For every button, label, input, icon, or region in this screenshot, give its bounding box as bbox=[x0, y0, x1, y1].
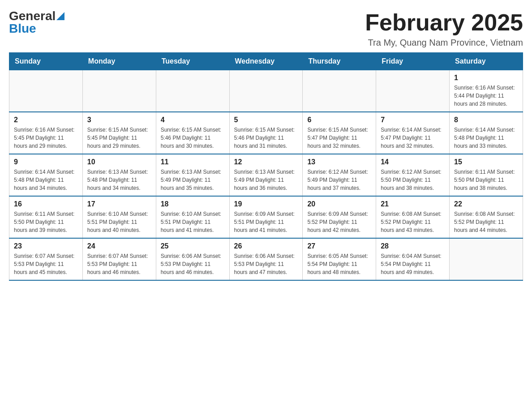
day-info: Sunrise: 6:09 AM Sunset: 5:51 PM Dayligh… bbox=[234, 210, 298, 234]
weekday-header-row: SundayMondayTuesdayWednesdayThursdayFrid… bbox=[9, 53, 523, 70]
calendar-cell bbox=[450, 238, 523, 280]
weekday-header-monday: Monday bbox=[82, 53, 156, 70]
page-subtitle: Tra My, Quang Nam Province, Vietnam bbox=[365, 38, 523, 48]
calendar-cell: 3Sunrise: 6:15 AM Sunset: 5:45 PM Daylig… bbox=[82, 112, 156, 154]
day-number: 7 bbox=[381, 116, 445, 124]
day-number: 21 bbox=[381, 200, 445, 208]
day-number: 3 bbox=[87, 116, 151, 124]
calendar-cell: 16Sunrise: 6:11 AM Sunset: 5:50 PM Dayli… bbox=[9, 196, 83, 238]
day-number: 22 bbox=[454, 200, 518, 208]
day-number: 15 bbox=[454, 158, 518, 166]
calendar-cell bbox=[82, 70, 156, 112]
day-info: Sunrise: 6:13 AM Sunset: 5:49 PM Dayligh… bbox=[234, 168, 298, 192]
day-info: Sunrise: 6:09 AM Sunset: 5:52 PM Dayligh… bbox=[307, 210, 371, 234]
calendar-cell bbox=[229, 70, 303, 112]
day-number: 18 bbox=[161, 200, 225, 208]
logo-blue-text: Blue bbox=[9, 21, 36, 35]
calendar-cell bbox=[156, 70, 229, 112]
day-number: 17 bbox=[87, 200, 151, 208]
day-info: Sunrise: 6:13 AM Sunset: 5:49 PM Dayligh… bbox=[161, 168, 225, 192]
svg-marker-0 bbox=[56, 12, 64, 20]
calendar-cell: 17Sunrise: 6:10 AM Sunset: 5:51 PM Dayli… bbox=[82, 196, 156, 238]
day-number: 8 bbox=[454, 116, 518, 124]
calendar-cell: 2Sunrise: 6:16 AM Sunset: 5:45 PM Daylig… bbox=[9, 112, 83, 154]
day-number: 14 bbox=[381, 158, 445, 166]
calendar-cell bbox=[303, 70, 376, 112]
calendar-cell: 26Sunrise: 6:06 AM Sunset: 5:53 PM Dayli… bbox=[229, 238, 303, 280]
calendar-cell: 11Sunrise: 6:13 AM Sunset: 5:49 PM Dayli… bbox=[156, 154, 229, 196]
calendar-week-4: 16Sunrise: 6:11 AM Sunset: 5:50 PM Dayli… bbox=[9, 196, 523, 238]
calendar-cell: 7Sunrise: 6:14 AM Sunset: 5:47 PM Daylig… bbox=[376, 112, 450, 154]
day-info: Sunrise: 6:10 AM Sunset: 5:51 PM Dayligh… bbox=[87, 210, 151, 234]
page-title: February 2025 bbox=[365, 9, 523, 36]
weekday-header-sunday: Sunday bbox=[9, 53, 83, 70]
day-number: 19 bbox=[234, 200, 298, 208]
calendar-cell: 12Sunrise: 6:13 AM Sunset: 5:49 PM Dayli… bbox=[229, 154, 303, 196]
calendar-cell: 10Sunrise: 6:13 AM Sunset: 5:48 PM Dayli… bbox=[82, 154, 156, 196]
day-number: 6 bbox=[307, 116, 371, 124]
calendar-body: 1Sunrise: 6:16 AM Sunset: 5:44 PM Daylig… bbox=[9, 70, 523, 281]
calendar-cell: 15Sunrise: 6:11 AM Sunset: 5:50 PM Dayli… bbox=[450, 154, 523, 196]
calendar-cell: 6Sunrise: 6:15 AM Sunset: 5:47 PM Daylig… bbox=[303, 112, 376, 154]
calendar-cell: 13Sunrise: 6:12 AM Sunset: 5:49 PM Dayli… bbox=[303, 154, 376, 196]
day-number: 5 bbox=[234, 116, 298, 124]
day-info: Sunrise: 6:12 AM Sunset: 5:50 PM Dayligh… bbox=[381, 168, 445, 192]
day-info: Sunrise: 6:08 AM Sunset: 5:52 PM Dayligh… bbox=[381, 210, 445, 234]
page-header: General Blue February 2025 Tra My, Quang… bbox=[9, 9, 523, 48]
day-number: 23 bbox=[14, 242, 78, 250]
calendar-cell: 8Sunrise: 6:14 AM Sunset: 5:48 PM Daylig… bbox=[450, 112, 523, 154]
calendar-week-5: 23Sunrise: 6:07 AM Sunset: 5:53 PM Dayli… bbox=[9, 238, 523, 280]
calendar-cell: 19Sunrise: 6:09 AM Sunset: 5:51 PM Dayli… bbox=[229, 196, 303, 238]
calendar-cell: 20Sunrise: 6:09 AM Sunset: 5:52 PM Dayli… bbox=[303, 196, 376, 238]
calendar-week-2: 2Sunrise: 6:16 AM Sunset: 5:45 PM Daylig… bbox=[9, 112, 523, 154]
day-number: 4 bbox=[161, 116, 225, 124]
day-info: Sunrise: 6:08 AM Sunset: 5:52 PM Dayligh… bbox=[454, 210, 518, 234]
calendar-cell: 23Sunrise: 6:07 AM Sunset: 5:53 PM Dayli… bbox=[9, 238, 83, 280]
calendar-cell: 24Sunrise: 6:07 AM Sunset: 5:53 PM Dayli… bbox=[82, 238, 156, 280]
day-number: 28 bbox=[381, 242, 445, 250]
calendar-header: SundayMondayTuesdayWednesdayThursdayFrid… bbox=[9, 53, 523, 70]
day-number: 25 bbox=[161, 242, 225, 250]
day-number: 20 bbox=[307, 200, 371, 208]
day-number: 24 bbox=[87, 242, 151, 250]
day-info: Sunrise: 6:06 AM Sunset: 5:53 PM Dayligh… bbox=[234, 252, 298, 276]
calendar-cell bbox=[9, 70, 83, 112]
title-section: February 2025 Tra My, Quang Nam Province… bbox=[365, 9, 523, 48]
day-number: 1 bbox=[454, 74, 518, 82]
calendar-table: SundayMondayTuesdayWednesdayThursdayFrid… bbox=[9, 52, 523, 281]
day-info: Sunrise: 6:04 AM Sunset: 5:54 PM Dayligh… bbox=[381, 252, 445, 276]
calendar-cell: 28Sunrise: 6:04 AM Sunset: 5:54 PM Dayli… bbox=[376, 238, 450, 280]
weekday-header-friday: Friday bbox=[376, 53, 450, 70]
weekday-header-thursday: Thursday bbox=[303, 53, 376, 70]
day-info: Sunrise: 6:05 AM Sunset: 5:54 PM Dayligh… bbox=[307, 252, 371, 276]
day-info: Sunrise: 6:15 AM Sunset: 5:46 PM Dayligh… bbox=[234, 126, 298, 150]
weekday-header-tuesday: Tuesday bbox=[156, 53, 229, 70]
day-number: 11 bbox=[161, 158, 225, 166]
logo-triangle-icon bbox=[56, 12, 64, 20]
calendar-week-3: 9Sunrise: 6:14 AM Sunset: 5:48 PM Daylig… bbox=[9, 154, 523, 196]
day-info: Sunrise: 6:16 AM Sunset: 5:45 PM Dayligh… bbox=[14, 126, 78, 150]
day-info: Sunrise: 6:06 AM Sunset: 5:53 PM Dayligh… bbox=[161, 252, 225, 276]
calendar-cell: 21Sunrise: 6:08 AM Sunset: 5:52 PM Dayli… bbox=[376, 196, 450, 238]
calendar-cell: 27Sunrise: 6:05 AM Sunset: 5:54 PM Dayli… bbox=[303, 238, 376, 280]
day-info: Sunrise: 6:13 AM Sunset: 5:48 PM Dayligh… bbox=[87, 168, 151, 192]
day-info: Sunrise: 6:14 AM Sunset: 5:48 PM Dayligh… bbox=[14, 168, 78, 192]
day-number: 26 bbox=[234, 242, 298, 250]
day-number: 16 bbox=[14, 200, 78, 208]
day-info: Sunrise: 6:14 AM Sunset: 5:47 PM Dayligh… bbox=[381, 126, 445, 150]
day-info: Sunrise: 6:15 AM Sunset: 5:45 PM Dayligh… bbox=[87, 126, 151, 150]
day-number: 9 bbox=[14, 158, 78, 166]
day-number: 27 bbox=[307, 242, 371, 250]
calendar-cell: 25Sunrise: 6:06 AM Sunset: 5:53 PM Dayli… bbox=[156, 238, 229, 280]
calendar-cell: 14Sunrise: 6:12 AM Sunset: 5:50 PM Dayli… bbox=[376, 154, 450, 196]
day-number: 13 bbox=[307, 158, 371, 166]
weekday-header-saturday: Saturday bbox=[450, 53, 523, 70]
day-number: 10 bbox=[87, 158, 151, 166]
day-info: Sunrise: 6:15 AM Sunset: 5:46 PM Dayligh… bbox=[161, 126, 225, 150]
calendar-cell: 22Sunrise: 6:08 AM Sunset: 5:52 PM Dayli… bbox=[450, 196, 523, 238]
day-info: Sunrise: 6:07 AM Sunset: 5:53 PM Dayligh… bbox=[87, 252, 151, 276]
day-number: 12 bbox=[234, 158, 298, 166]
calendar-cell: 5Sunrise: 6:15 AM Sunset: 5:46 PM Daylig… bbox=[229, 112, 303, 154]
logo: General Blue bbox=[9, 9, 64, 36]
calendar-cell bbox=[376, 70, 450, 112]
